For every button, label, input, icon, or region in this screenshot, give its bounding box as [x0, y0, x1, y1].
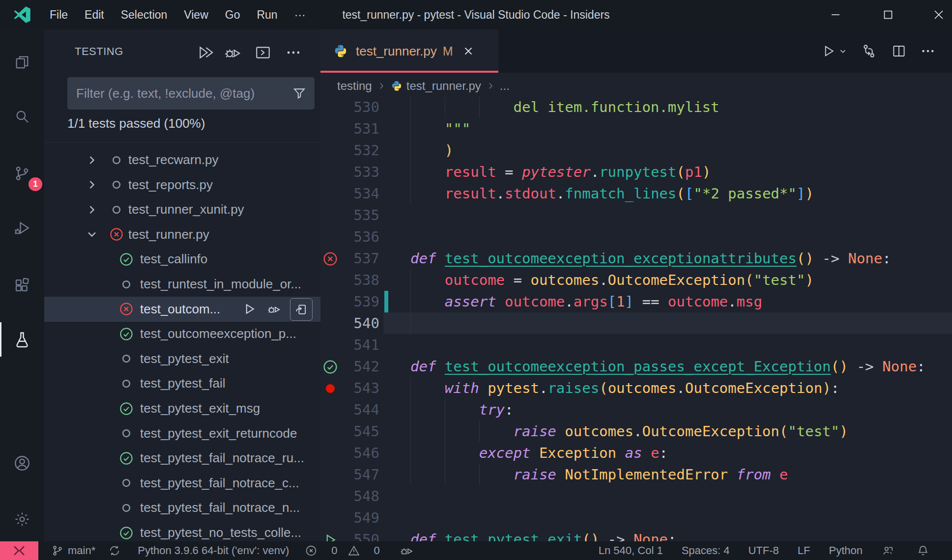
- debug-all-tests-button[interactable]: [222, 42, 243, 63]
- line-number[interactable]: 550: [340, 529, 379, 541]
- test-tree-item-test_outcom[interactable]: test_outcom...: [44, 297, 320, 322]
- test-tree-item-test_pytest_exit_returncode[interactable]: test_pytest_exit_returncode: [44, 421, 320, 446]
- line-number[interactable]: 544: [340, 399, 379, 420]
- test-tree-item-test_pytest_no_tests_colle[interactable]: test_pytest_no_tests_colle...: [44, 520, 320, 542]
- code-line-546[interactable]: 546 except Exception as e:: [320, 442, 952, 464]
- minimize-button[interactable]: [825, 0, 846, 29]
- status-sync[interactable]: [108, 544, 125, 557]
- line-number[interactable]: 535: [340, 204, 379, 226]
- code-line-547[interactable]: 547 raise NotImplementedError from e: [320, 464, 952, 485]
- test-tree-item-test_pytest_fail[interactable]: test_pytest_fail: [44, 371, 320, 396]
- test-tree-item-test_recwarnpy[interactable]: test_recwarn.py: [44, 147, 320, 172]
- code-line-545[interactable]: 545 raise outcomes.OutcomeException("tes…: [320, 420, 952, 442]
- line-number[interactable]: 547: [340, 464, 379, 485]
- test-tree-item-test_outcomeexception_p[interactable]: test_outcomeexception_p...: [44, 321, 320, 346]
- test-tree-item-test_callinfo[interactable]: test_callinfo: [44, 247, 320, 272]
- test-failed-gutter-icon[interactable]: [322, 251, 338, 267]
- code-line-549[interactable]: 549: [320, 507, 952, 529]
- menu-run[interactable]: Run: [248, 0, 286, 29]
- line-number[interactable]: 549: [340, 507, 379, 529]
- breadcrumb-folder[interactable]: testing: [337, 79, 372, 93]
- breadcrumb-file[interactable]: test_runner.py: [406, 79, 481, 93]
- status-encoding[interactable]: UTF-8: [748, 544, 779, 557]
- test-tree-item-test_pytest_fail_notrace_ru[interactable]: test_pytest_fail_notrace_ru...: [44, 446, 320, 471]
- run-test-gutter-icon[interactable]: [322, 532, 338, 541]
- code-line-540[interactable]: 540: [320, 312, 952, 334]
- code-line-537[interactable]: 537def test_outcomeexception_exceptionat…: [320, 248, 952, 269]
- chevron-right-icon[interactable]: [85, 178, 99, 192]
- line-number[interactable]: 548: [340, 485, 379, 507]
- status-debug[interactable]: [400, 544, 417, 558]
- line-number[interactable]: 541: [340, 334, 379, 356]
- activity-bar-item-search[interactable]: [0, 99, 44, 134]
- code-line-530[interactable]: 530 del item.function.mylist: [320, 96, 952, 118]
- sidebar-more-actions-button[interactable]: [283, 42, 304, 63]
- tab-close-icon[interactable]: [462, 45, 475, 57]
- editor-more-actions-button[interactable]: [917, 40, 939, 62]
- test-passed-gutter-icon[interactable]: [322, 359, 338, 375]
- code-line-533[interactable]: 533 result = pytester.runpytest(p1): [320, 161, 952, 183]
- chevron-down-icon[interactable]: [85, 227, 99, 241]
- status-feedback[interactable]: [881, 544, 898, 557]
- activity-bar-item-source-control[interactable]: 1: [0, 156, 44, 191]
- code-line-532[interactable]: 532 ): [320, 140, 952, 161]
- test-tree-item-test_pytest_exit_msg[interactable]: test_pytest_exit_msg: [44, 396, 320, 421]
- line-number[interactable]: 542: [340, 356, 379, 377]
- code-editor[interactable]: 530 del item.function.mylist531 """532 )…: [320, 96, 952, 541]
- test-tree-item-test_pytest_fail_notrace_c[interactable]: test_pytest_fail_notrace_c...: [44, 471, 320, 496]
- code-line-550[interactable]: 550def test_pytest_exit() -> None:: [320, 529, 952, 541]
- activity-bar-item-account[interactable]: [0, 446, 44, 480]
- activity-bar-item-explorer[interactable]: [0, 45, 44, 79]
- code-line-539[interactable]: 539 assert outcome.args[1] == outcome.ms…: [320, 291, 952, 312]
- line-number[interactable]: 546: [340, 442, 379, 464]
- line-number[interactable]: 536: [340, 226, 379, 248]
- run-all-tests-button[interactable]: [195, 42, 216, 63]
- test-tree-item-test_reportspy[interactable]: test_reports.py: [44, 172, 320, 197]
- test-tree-item-test_pytest_fail_notrace_n[interactable]: test_pytest_fail_notrace_n...: [44, 495, 320, 520]
- goto-test-button[interactable]: [290, 298, 313, 321]
- code-line-544[interactable]: 544 try:: [320, 399, 952, 420]
- test-filter-input[interactable]: Filter (e.g. text, !exclude, @tag): [67, 77, 315, 110]
- breakpoint-icon[interactable]: [322, 381, 338, 396]
- chevron-right-icon[interactable]: [85, 153, 99, 167]
- open-changes-button[interactable]: [858, 40, 880, 62]
- status-eol[interactable]: LF: [798, 544, 810, 557]
- line-number[interactable]: 533: [340, 161, 379, 183]
- activity-bar-item-run-debug[interactable]: [0, 211, 44, 245]
- maximize-button[interactable]: [877, 0, 899, 29]
- run-dropdown-chevron-icon[interactable]: [836, 40, 850, 62]
- problems-status[interactable]: 00: [302, 544, 387, 557]
- open-test-view-button[interactable]: [252, 42, 274, 63]
- activity-bar-item-settings[interactable]: [0, 502, 44, 536]
- split-editor-button[interactable]: [888, 40, 910, 62]
- code-line-548[interactable]: 548: [320, 485, 952, 507]
- line-number[interactable]: 540: [340, 312, 379, 334]
- code-line-541[interactable]: 541: [320, 334, 952, 356]
- close-window-button[interactable]: [928, 0, 950, 29]
- activity-bar-item-testing[interactable]: [0, 322, 44, 357]
- code-line-536[interactable]: 536: [320, 226, 952, 248]
- menu-selection[interactable]: Selection: [113, 0, 176, 29]
- activity-bar-item-extensions[interactable]: [0, 268, 44, 302]
- status-language[interactable]: Python: [829, 544, 863, 557]
- line-number[interactable]: 530: [340, 96, 379, 118]
- run-test-button[interactable]: [238, 298, 260, 320]
- tab-test-runner[interactable]: test_runner.py M: [320, 29, 498, 73]
- line-number[interactable]: 531: [340, 118, 379, 140]
- line-number[interactable]: 534: [340, 183, 379, 204]
- menu-file[interactable]: File: [41, 0, 76, 29]
- status-interpreter[interactable]: Python 3.9.6 64-bit ('env': venv): [138, 544, 289, 557]
- test-tree-item-test_runtest_in_module_or[interactable]: test_runtest_in_module_or...: [44, 272, 320, 297]
- code-line-535[interactable]: 535: [320, 204, 952, 226]
- test-tree-item-test_runner_xunitpy[interactable]: test_runner_xunit.py: [44, 197, 320, 222]
- code-line-531[interactable]: 531 """: [320, 118, 952, 140]
- debug-test-button[interactable]: [263, 298, 285, 320]
- code-line-542[interactable]: 542def test_outcomeexception_passes_exce…: [320, 356, 952, 377]
- menu-[interactable]: ···: [286, 0, 314, 29]
- status-branch[interactable]: main*: [51, 544, 95, 557]
- menu-go[interactable]: Go: [217, 0, 249, 29]
- status-indentation[interactable]: Spaces: 4: [682, 544, 730, 557]
- test-tree-item-test_pytest_exit[interactable]: test_pytest_exit: [44, 346, 320, 371]
- line-number[interactable]: 545: [340, 420, 379, 442]
- line-number[interactable]: 538: [340, 269, 379, 291]
